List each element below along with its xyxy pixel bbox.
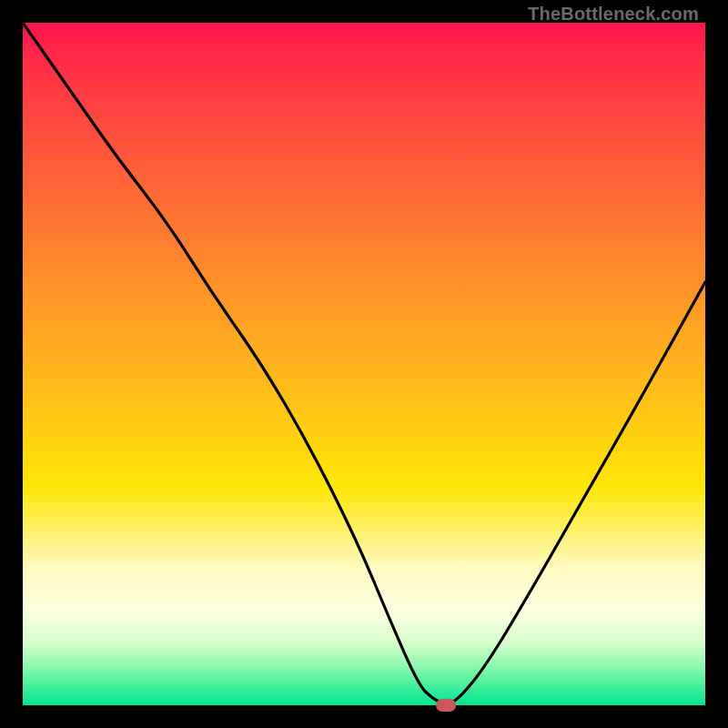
plot-area xyxy=(23,23,705,705)
chart-frame: TheBottleneck.com xyxy=(0,0,728,728)
curve-path xyxy=(23,23,705,703)
watermark-text: TheBottleneck.com xyxy=(528,4,699,25)
bottleneck-curve xyxy=(23,23,705,705)
optimal-point-marker xyxy=(436,699,456,712)
